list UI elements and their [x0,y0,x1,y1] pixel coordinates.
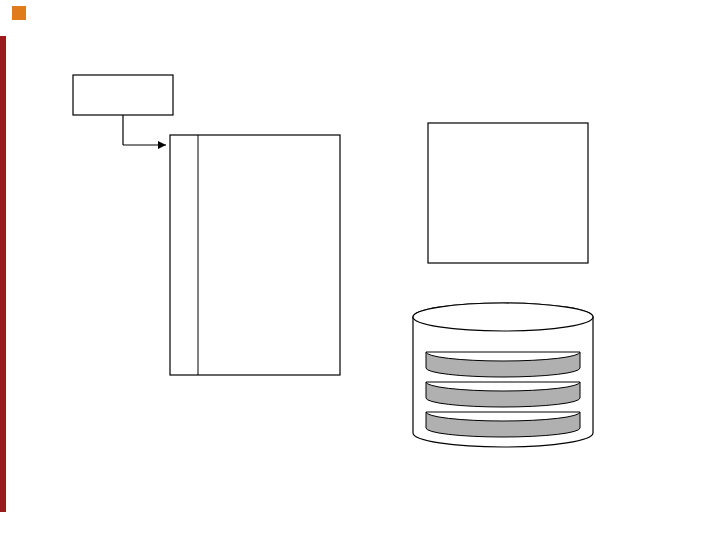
physical-memory [428,123,588,263]
header [0,0,720,24]
svg-rect-2 [428,123,588,263]
disk-cylinder [413,303,593,447]
diagram [18,55,698,485]
page-table [170,135,340,375]
svg-rect-0 [170,135,340,375]
vpn-box [73,75,173,115]
left-accent-bar [0,36,6,512]
bullet-icon [12,6,26,20]
footer [0,530,720,540]
svg-point-4 [413,303,593,331]
title-wrap [12,6,34,20]
vpn-arrowhead-icon [158,141,166,149]
